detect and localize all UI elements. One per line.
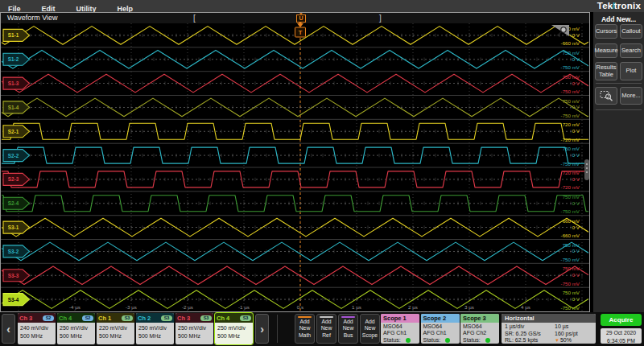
expansion-bracket-left[interactable]: [ [193, 13, 196, 23]
channel-slice-S2-2: S2-2750 mV0 V-750 mV [1, 143, 589, 166]
channel-badge-body: 220 mV/div500 MHz [97, 323, 134, 340]
waveform-trace-S2-2[interactable] [1, 147, 589, 163]
scale-label: 660 mV [563, 218, 580, 224]
channel-badge-S1-2[interactable]: S1-2 [3, 53, 30, 65]
right-sidebar: Add New... CursorsCalloutMeasureSearchRe… [593, 12, 644, 312]
scope-panel-1[interactable]: Scope 1MSO64AFG Ch1Status: [381, 314, 419, 344]
svg-text:T: T [299, 29, 303, 36]
waveform-plot[interactable]: S1-1660 mV0 V-660 mVS1-2750 mV0 V-750 mV… [1, 23, 589, 311]
plot-button[interactable]: Plot [620, 62, 642, 80]
channel-badge-S1-4[interactable]: S1-4 [3, 101, 30, 113]
measure-button[interactable]: Measure [595, 43, 617, 58]
add-button-stripe [298, 316, 312, 318]
cursors-button[interactable]: Cursors [595, 24, 617, 39]
waveform-trace-S1-4[interactable] [1, 98, 589, 117]
add-button-label: AddNewScope [361, 319, 379, 339]
svg-text:S2-1: S2-1 [8, 129, 19, 134]
scale-label: 750 mV [563, 266, 580, 271]
scale-label: 750 mV [563, 98, 580, 104]
channel-badge-S2-3[interactable]: S2-3 [3, 173, 30, 185]
add-new-bus-button[interactable]: AddNewBus [338, 314, 358, 344]
tab-waveform-view[interactable]: Waveform View [7, 13, 58, 23]
scale-label: -750 mV [561, 305, 580, 311]
channel-badge-S1-3[interactable]: S1-3 [3, 77, 30, 89]
time-label: 4 µs [521, 304, 530, 310]
scope-panel-body: MSO64AFG Ch2Status: [460, 323, 499, 344]
waveform-trace-S3-1[interactable] [1, 218, 589, 237]
waveform-trace-S2-4[interactable] [1, 196, 589, 212]
sidebar-divider [596, 83, 642, 84]
add-button-label: AddNewRef [317, 319, 336, 339]
bandwidth-value: 500 MHz [138, 332, 171, 340]
time-text: 6:34:05 PM [601, 337, 642, 345]
channel-badge-body: 250 mV/div500 MHz [136, 323, 174, 340]
channel-badge-S3-4[interactable]: S3-4 [3, 294, 30, 306]
results-table-button[interactable]: Results Table [595, 62, 617, 80]
time-label: -2 µs [182, 304, 193, 310]
add-new-ref-button[interactable]: AddNewRef [316, 314, 336, 344]
waveform-trace-S2-3[interactable] [1, 171, 589, 187]
zoom-select-icon [600, 90, 613, 102]
time-label: -1 µs [238, 304, 250, 310]
scale-label: 0 V [572, 200, 580, 206]
svg-text:S1-3: S1-3 [8, 80, 19, 86]
channel-badge-s3-ch2[interactable]: Ch 2S3250 mV/div500 MHz [136, 313, 174, 344]
waveform-trace-S2-1[interactable] [1, 123, 589, 139]
scale-label: -720 mV [561, 137, 580, 142]
channel-badge-S2-1[interactable]: S2-1 [3, 126, 30, 138]
horizontal-panel[interactable]: Horizontal 1 µs/divSR: 6.25 GS/sRL: 62.5… [502, 314, 596, 344]
scope-model: MSO64 [423, 323, 457, 330]
scale-label: 750 mV [563, 242, 580, 248]
channel-badge-S3-2[interactable]: S3-2 [3, 245, 30, 257]
scope-panel-3[interactable]: Scope 3MSO64AFG Ch2Status: [460, 314, 499, 344]
logo-text-right: tronix [614, 1, 641, 10]
channel-badge-s2-ch3[interactable]: Ch 3S2240 mV/div500 MHz [18, 313, 56, 344]
trigger-position-marker[interactable]: U [295, 13, 306, 23]
vdiv-value: 250 mV/div [138, 324, 171, 332]
channel-badge-s3-ch1[interactable]: Ch 1S3220 mV/div500 MHz [97, 313, 134, 344]
channel-badge-s3-ch4[interactable]: Ch 4S3250 mV/div500 MHz [215, 313, 253, 344]
channel-badge-s2-ch4[interactable]: Ch 4S2250 mV/div500 MHz [57, 313, 95, 344]
channel-badge-S2-2[interactable]: S2-2 [3, 150, 30, 162]
scope-status: Status: [383, 337, 417, 344]
channel-badge-body: 250 mV/div500 MHz [215, 323, 253, 340]
acquire-button[interactable]: Acquire [601, 314, 642, 326]
waveform-trace-S1-2[interactable] [1, 50, 589, 68]
add-new-scope-button[interactable]: AddNewScope [360, 314, 380, 344]
scope-status: Status: [423, 337, 457, 344]
svg-text:S2-2: S2-2 [8, 153, 19, 159]
channel-badge-S3-1[interactable]: S3-1 [3, 221, 30, 233]
waveform-trace-S3-4[interactable] [1, 290, 589, 309]
zoom-select-button[interactable] [595, 87, 617, 105]
expansion-bracket-right[interactable]: ] [379, 13, 382, 23]
more-button[interactable]: More... [620, 87, 642, 105]
status-indicator [406, 338, 411, 343]
panel-drag-handle[interactable] [584, 159, 589, 180]
scroll-right-button[interactable]: › [255, 314, 269, 344]
add-button-label: AddNewBus [339, 319, 357, 339]
channel-slice-S2-3: S2-3720 mV0 V-720 mV [1, 167, 589, 190]
add-new-math-button[interactable]: AddNewMath [295, 314, 315, 344]
waveform-trace-S1-3[interactable] [1, 74, 589, 93]
waveform-trace-S3-2[interactable] [1, 242, 589, 261]
scale-label: 0 V [572, 152, 580, 158]
scale-label: 750 mV [563, 194, 580, 200]
scroll-left-button[interactable]: ‹ [2, 314, 15, 344]
scale-label: -750 mV [561, 208, 580, 214]
channel-badge-S3-3[interactable]: S3-3 [3, 270, 30, 282]
channel-badge-s3-ch3[interactable]: Ch 3S3250 mV/div500 MHz [175, 313, 213, 344]
trigger-badge[interactable]: T [295, 23, 306, 37]
search-button[interactable]: Search [620, 43, 642, 58]
scope-panel-2[interactable]: Scope 2MSO64AFG Ch1Status: [421, 314, 460, 344]
vdiv-value: 250 mV/div [60, 324, 93, 332]
bandwidth-value: 500 MHz [99, 332, 132, 340]
svg-text:S3-1: S3-1 [8, 224, 19, 230]
time-label: 0 s [297, 304, 303, 310]
status-indicator [485, 338, 490, 343]
bottombar-divider [277, 315, 278, 343]
tektronix-logo: Tek/tronix [597, 0, 641, 12]
callout-button[interactable]: Callout [620, 24, 642, 39]
channel-badge-S2-4[interactable]: S2-4 [3, 197, 30, 209]
waveform-trace-S3-3[interactable] [1, 266, 589, 285]
channel-slice-S3-3: S3-3750 mV0 V-750 mV [1, 263, 589, 286]
